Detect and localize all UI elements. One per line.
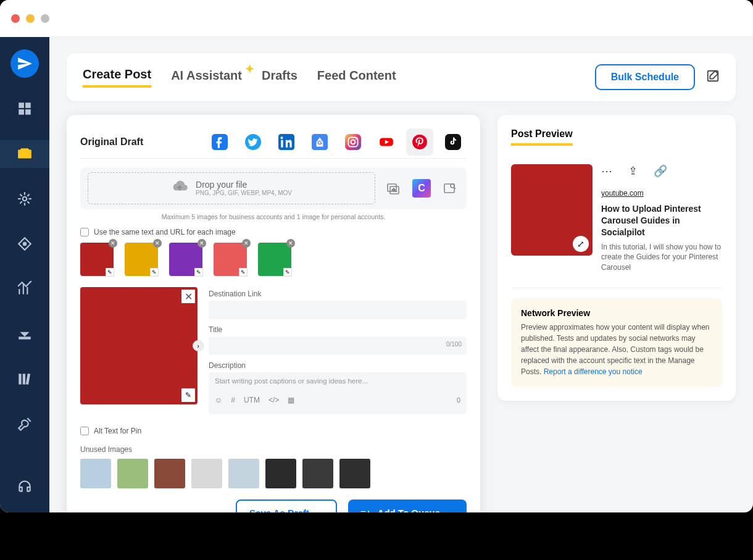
post-preview-card: Post Preview ⤢ ⋯ ⇪ 🔗 youtube.com (497, 115, 736, 401)
more-icon[interactable]: ⋯ (601, 164, 612, 178)
image-thumb-1[interactable]: ✕✎ (80, 243, 114, 276)
unused-thumb[interactable] (117, 459, 148, 488)
maximize-window-dot[interactable] (41, 14, 49, 23)
network-youtube[interactable] (373, 128, 400, 156)
sidebar-item-target[interactable] (0, 230, 49, 258)
add-to-queue-button[interactable]: ≡+Add To Queue⌄ (348, 499, 467, 512)
title-char-count: 0/100 (446, 341, 462, 348)
emoji-icon[interactable]: ☺ (215, 396, 222, 404)
share-icon[interactable]: ⇪ (628, 164, 638, 178)
code-icon[interactable]: </> (268, 396, 279, 404)
network-instagram[interactable] (339, 128, 367, 156)
sparkle-icon: ✦ (245, 62, 254, 76)
queue-icon: ≡+ (360, 508, 372, 513)
hashtag-icon[interactable]: # (231, 396, 235, 404)
sidebar-item-tools[interactable] (0, 410, 49, 438)
selected-image-large[interactable]: ✕ ✎ › (80, 287, 198, 404)
original-draft-label: Original Draft (80, 136, 143, 148)
report-difference-link[interactable]: Report a difference you notice (544, 367, 643, 376)
same-text-checkbox[interactable] (80, 228, 89, 236)
post-preview-heading: Post Preview (511, 128, 573, 146)
template-icon[interactable]: ▦ (288, 396, 294, 404)
bulk-schedule-button[interactable]: Bulk Schedule (595, 64, 695, 90)
tab-create-post[interactable]: Create Post (83, 67, 151, 88)
next-image-arrow[interactable]: › (193, 340, 204, 351)
file-drop-zone[interactable]: Drop your file PNG, JPG, GIF, WEBP, MP4,… (88, 172, 375, 204)
sidebar-item-posts[interactable] (0, 140, 49, 168)
unused-images-row (80, 459, 467, 488)
sidebar-item-analytics[interactable] (0, 275, 49, 303)
zoom-icon[interactable]: ⤢ (573, 236, 589, 252)
unused-thumb[interactable] (302, 459, 333, 488)
window-titlebar (0, 0, 753, 37)
preview-source-link[interactable]: youtube.com (601, 189, 644, 198)
edit-icon[interactable]: ✎ (194, 268, 203, 277)
tab-feed-content[interactable]: Feed Content (317, 69, 396, 86)
title-input[interactable] (209, 336, 467, 355)
image-thumb-5[interactable]: ✕✎ (258, 243, 291, 276)
svg-rect-21 (26, 374, 30, 385)
alt-text-checkbox[interactable] (80, 427, 89, 435)
sidebar-item-inbox[interactable] (0, 320, 49, 348)
drop-formats: PNG, JPG, GIF, WEBP, MP4, MOV (196, 190, 292, 196)
compose-icon[interactable] (706, 69, 720, 85)
image-thumb-4[interactable]: ✕✎ (214, 243, 247, 276)
description-input[interactable]: Start writing post captions or saving id… (209, 372, 467, 414)
sidebar (0, 37, 49, 512)
svg-point-35 (412, 135, 427, 149)
svg-line-11 (20, 202, 22, 204)
remove-icon[interactable]: ✕ (242, 239, 251, 248)
app-logo[interactable] (0, 49, 49, 78)
preview-image: ⤢ (511, 164, 593, 256)
alt-text-label: Alt Text for Pin (94, 427, 141, 435)
remove-icon[interactable]: ✕ (153, 239, 162, 248)
remove-icon[interactable]: ✕ (198, 239, 206, 248)
description-label: Description (209, 361, 467, 370)
divider (511, 288, 722, 288)
unused-thumb[interactable] (228, 459, 259, 488)
minimize-window-dot[interactable] (26, 14, 35, 23)
edit-icon[interactable]: ✎ (283, 268, 292, 277)
utm-button[interactable]: UTM (244, 396, 260, 404)
unused-thumb[interactable] (339, 459, 370, 488)
edit-icon[interactable]: ✎ (239, 268, 248, 277)
destination-link-input[interactable] (209, 301, 467, 319)
edit-large-icon[interactable]: ✎ (181, 388, 195, 402)
sidebar-item-library[interactable] (0, 365, 49, 393)
sidebar-item-support[interactable] (0, 472, 49, 500)
unused-thumb[interactable] (265, 459, 296, 488)
network-preview-note: Network Preview Preview approximates how… (511, 298, 722, 387)
sidebar-item-connections[interactable] (0, 185, 49, 213)
remove-large-icon[interactable]: ✕ (181, 290, 195, 303)
remove-icon[interactable]: ✕ (109, 239, 117, 248)
sidebar-item-dashboard[interactable] (0, 95, 49, 123)
svg-line-9 (20, 194, 22, 196)
image-thumb-2[interactable]: ✕✎ (125, 243, 158, 276)
image-thumb-3[interactable]: ✕✎ (169, 243, 202, 276)
image-search-icon[interactable] (441, 179, 459, 198)
unused-thumb[interactable] (80, 459, 111, 488)
selected-images-row: ✕✎ ✕✎ ✕✎ ✕✎ ✕✎ (80, 243, 467, 276)
canva-icon[interactable]: C (412, 179, 431, 198)
save-as-draft-button[interactable]: Save As Draft⌄ (236, 499, 337, 512)
edit-icon[interactable]: ✎ (150, 268, 159, 277)
network-linkedin[interactable] (273, 128, 300, 156)
link-icon[interactable]: 🔗 (654, 164, 667, 178)
tab-drafts[interactable]: Drafts (262, 69, 297, 86)
media-gallery-icon[interactable] (384, 179, 402, 198)
network-facebook[interactable] (206, 128, 233, 156)
unused-thumb[interactable] (154, 459, 185, 488)
edit-icon[interactable]: ✎ (106, 268, 114, 277)
svg-rect-19 (19, 374, 21, 384)
note-title: Network Preview (521, 308, 712, 318)
remove-icon[interactable]: ✕ (286, 239, 295, 248)
network-tiktok[interactable] (439, 128, 467, 156)
tab-ai-assistant[interactable]: AI Assistant✦ (171, 69, 242, 86)
close-window-dot[interactable] (11, 14, 20, 23)
description-char-count: 0 (457, 396, 460, 404)
unused-thumb[interactable] (191, 459, 222, 488)
svg-rect-18 (19, 336, 31, 339)
network-google[interactable]: G (306, 128, 333, 156)
network-twitter[interactable] (239, 128, 267, 156)
network-pinterest[interactable] (406, 128, 433, 156)
